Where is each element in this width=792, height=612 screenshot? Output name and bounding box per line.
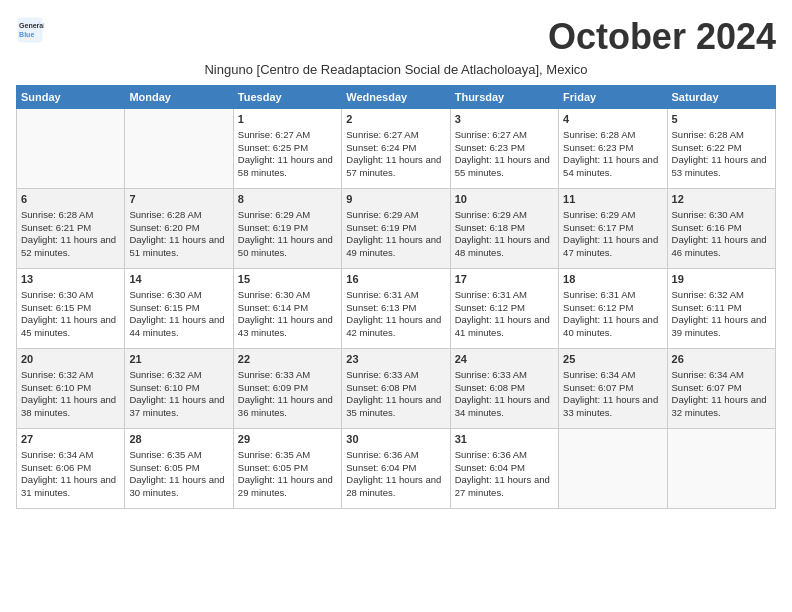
table-row: 13Sunrise: 6:30 AMSunset: 6:15 PMDayligh… (17, 269, 125, 349)
sunrise-text: Sunrise: 6:27 AM (346, 129, 418, 140)
sunrise-text: Sunrise: 6:34 AM (563, 369, 635, 380)
table-row: 20Sunrise: 6:32 AMSunset: 6:10 PMDayligh… (17, 349, 125, 429)
daylight-text: Daylight: 11 hours and 46 minutes. (672, 234, 767, 258)
sunrise-text: Sunrise: 6:31 AM (563, 289, 635, 300)
sunrise-text: Sunrise: 6:34 AM (672, 369, 744, 380)
calendar-table: Sunday Monday Tuesday Wednesday Thursday… (16, 85, 776, 509)
sunset-text: Sunset: 6:17 PM (563, 222, 633, 233)
day-number: 2 (346, 112, 445, 127)
sunrise-text: Sunrise: 6:30 AM (129, 289, 201, 300)
daylight-text: Daylight: 11 hours and 48 minutes. (455, 234, 550, 258)
sunrise-text: Sunrise: 6:32 AM (21, 369, 93, 380)
daylight-text: Daylight: 11 hours and 43 minutes. (238, 314, 333, 338)
daylight-text: Daylight: 11 hours and 41 minutes. (455, 314, 550, 338)
day-number: 25 (563, 352, 662, 367)
day-number: 29 (238, 432, 337, 447)
svg-text:General: General (19, 22, 44, 29)
sunset-text: Sunset: 6:21 PM (21, 222, 91, 233)
header-sunday: Sunday (17, 86, 125, 109)
table-row: 19Sunrise: 6:32 AMSunset: 6:11 PMDayligh… (667, 269, 775, 349)
sunset-text: Sunset: 6:23 PM (563, 142, 633, 153)
table-row: 1Sunrise: 6:27 AMSunset: 6:25 PMDaylight… (233, 109, 341, 189)
sunset-text: Sunset: 6:06 PM (21, 462, 91, 473)
daylight-text: Daylight: 11 hours and 36 minutes. (238, 394, 333, 418)
day-number: 19 (672, 272, 771, 287)
sunset-text: Sunset: 6:14 PM (238, 302, 308, 313)
table-row: 8Sunrise: 6:29 AMSunset: 6:19 PMDaylight… (233, 189, 341, 269)
daylight-text: Daylight: 11 hours and 45 minutes. (21, 314, 116, 338)
weekday-header-row: Sunday Monday Tuesday Wednesday Thursday… (17, 86, 776, 109)
header-saturday: Saturday (667, 86, 775, 109)
table-row: 10Sunrise: 6:29 AMSunset: 6:18 PMDayligh… (450, 189, 558, 269)
sunrise-text: Sunrise: 6:36 AM (455, 449, 527, 460)
sunrise-text: Sunrise: 6:28 AM (129, 209, 201, 220)
day-number: 10 (455, 192, 554, 207)
table-row: 5Sunrise: 6:28 AMSunset: 6:22 PMDaylight… (667, 109, 775, 189)
day-number: 8 (238, 192, 337, 207)
sunset-text: Sunset: 6:25 PM (238, 142, 308, 153)
sunset-text: Sunset: 6:15 PM (21, 302, 91, 313)
table-row: 29Sunrise: 6:35 AMSunset: 6:05 PMDayligh… (233, 429, 341, 509)
month-title: October 2024 (548, 16, 776, 58)
table-row: 30Sunrise: 6:36 AMSunset: 6:04 PMDayligh… (342, 429, 450, 509)
table-row: 27Sunrise: 6:34 AMSunset: 6:06 PMDayligh… (17, 429, 125, 509)
daylight-text: Daylight: 11 hours and 55 minutes. (455, 154, 550, 178)
daylight-text: Daylight: 11 hours and 28 minutes. (346, 474, 441, 498)
day-number: 14 (129, 272, 228, 287)
sunset-text: Sunset: 6:19 PM (346, 222, 416, 233)
day-number: 13 (21, 272, 120, 287)
daylight-text: Daylight: 11 hours and 51 minutes. (129, 234, 224, 258)
svg-text:Blue: Blue (19, 31, 34, 38)
daylight-text: Daylight: 11 hours and 35 minutes. (346, 394, 441, 418)
sunset-text: Sunset: 6:20 PM (129, 222, 199, 233)
sunrise-text: Sunrise: 6:29 AM (346, 209, 418, 220)
table-row: 26Sunrise: 6:34 AMSunset: 6:07 PMDayligh… (667, 349, 775, 429)
daylight-text: Daylight: 11 hours and 27 minutes. (455, 474, 550, 498)
calendar-week-row: 27Sunrise: 6:34 AMSunset: 6:06 PMDayligh… (17, 429, 776, 509)
day-number: 3 (455, 112, 554, 127)
calendar-week-row: 20Sunrise: 6:32 AMSunset: 6:10 PMDayligh… (17, 349, 776, 429)
sunset-text: Sunset: 6:12 PM (455, 302, 525, 313)
day-number: 16 (346, 272, 445, 287)
day-number: 11 (563, 192, 662, 207)
table-row: 18Sunrise: 6:31 AMSunset: 6:12 PMDayligh… (559, 269, 667, 349)
sunset-text: Sunset: 6:13 PM (346, 302, 416, 313)
day-number: 17 (455, 272, 554, 287)
sunset-text: Sunset: 6:04 PM (346, 462, 416, 473)
day-number: 5 (672, 112, 771, 127)
sunrise-text: Sunrise: 6:29 AM (455, 209, 527, 220)
sunrise-text: Sunrise: 6:29 AM (563, 209, 635, 220)
sunrise-text: Sunrise: 6:28 AM (21, 209, 93, 220)
daylight-text: Daylight: 11 hours and 31 minutes. (21, 474, 116, 498)
sunrise-text: Sunrise: 6:28 AM (672, 129, 744, 140)
sunset-text: Sunset: 6:07 PM (672, 382, 742, 393)
daylight-text: Daylight: 11 hours and 38 minutes. (21, 394, 116, 418)
daylight-text: Daylight: 11 hours and 47 minutes. (563, 234, 658, 258)
day-number: 7 (129, 192, 228, 207)
day-number: 15 (238, 272, 337, 287)
calendar-week-row: 6Sunrise: 6:28 AMSunset: 6:21 PMDaylight… (17, 189, 776, 269)
header-wednesday: Wednesday (342, 86, 450, 109)
day-number: 31 (455, 432, 554, 447)
day-number: 22 (238, 352, 337, 367)
sunset-text: Sunset: 6:10 PM (21, 382, 91, 393)
table-row (667, 429, 775, 509)
day-number: 23 (346, 352, 445, 367)
day-number: 27 (21, 432, 120, 447)
table-row: 15Sunrise: 6:30 AMSunset: 6:14 PMDayligh… (233, 269, 341, 349)
daylight-text: Daylight: 11 hours and 57 minutes. (346, 154, 441, 178)
day-number: 21 (129, 352, 228, 367)
table-row: 3Sunrise: 6:27 AMSunset: 6:23 PMDaylight… (450, 109, 558, 189)
sunrise-text: Sunrise: 6:27 AM (455, 129, 527, 140)
calendar-subtitle: Ninguno [Centro de Readaptacion Social d… (16, 62, 776, 77)
table-row: 11Sunrise: 6:29 AMSunset: 6:17 PMDayligh… (559, 189, 667, 269)
header-friday: Friday (559, 86, 667, 109)
table-row: 23Sunrise: 6:33 AMSunset: 6:08 PMDayligh… (342, 349, 450, 429)
day-number: 4 (563, 112, 662, 127)
daylight-text: Daylight: 11 hours and 50 minutes. (238, 234, 333, 258)
sunrise-text: Sunrise: 6:31 AM (455, 289, 527, 300)
table-row: 25Sunrise: 6:34 AMSunset: 6:07 PMDayligh… (559, 349, 667, 429)
sunset-text: Sunset: 6:15 PM (129, 302, 199, 313)
daylight-text: Daylight: 11 hours and 33 minutes. (563, 394, 658, 418)
sunset-text: Sunset: 6:05 PM (238, 462, 308, 473)
